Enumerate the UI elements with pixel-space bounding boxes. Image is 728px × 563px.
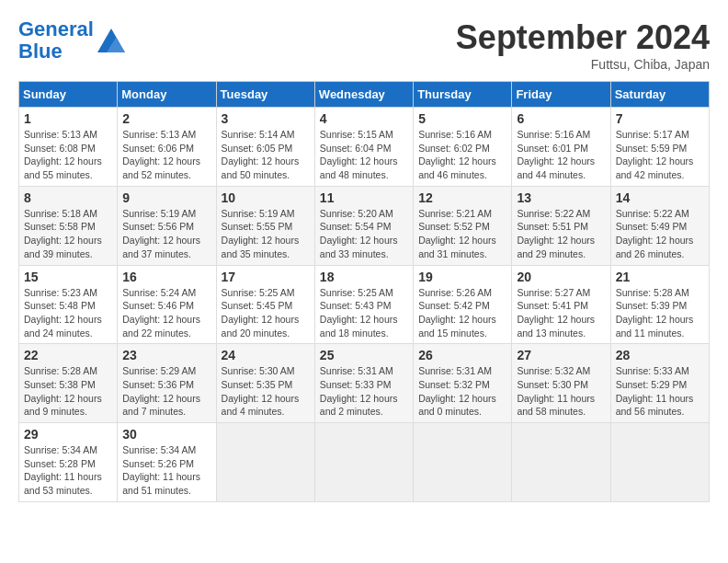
title-block: September 2024 Futtsu, Chiba, Japan xyxy=(456,18,710,72)
calendar-cell: 3Sunrise: 5:14 AM Sunset: 6:05 PM Daylig… xyxy=(216,108,314,187)
weekday-header: Thursday xyxy=(414,82,512,108)
day-info: Sunrise: 5:14 AM Sunset: 6:05 PM Dayligh… xyxy=(222,128,310,182)
calendar-cell xyxy=(314,423,413,502)
day-info: Sunrise: 5:26 AM Sunset: 5:42 PM Dayligh… xyxy=(418,286,506,340)
weekday-header: Wednesday xyxy=(314,82,413,108)
calendar-cell: 16Sunrise: 5:24 AM Sunset: 5:46 PM Dayli… xyxy=(118,265,216,344)
day-info: Sunrise: 5:25 AM Sunset: 5:43 PM Dayligh… xyxy=(320,286,408,340)
day-number: 12 xyxy=(418,190,506,205)
calendar-cell: 6Sunrise: 5:16 AM Sunset: 6:01 PM Daylig… xyxy=(512,108,610,187)
day-info: Sunrise: 5:16 AM Sunset: 6:02 PM Dayligh… xyxy=(418,128,506,182)
calendar-cell: 23Sunrise: 5:29 AM Sunset: 5:36 PM Dayli… xyxy=(118,344,216,423)
logo: GeneralBlue xyxy=(18,18,125,63)
day-number: 6 xyxy=(517,111,605,126)
day-number: 22 xyxy=(24,348,112,362)
day-info: Sunrise: 5:32 AM Sunset: 5:30 PM Dayligh… xyxy=(517,364,605,419)
day-info: Sunrise: 5:17 AM Sunset: 5:59 PM Dayligh… xyxy=(616,128,704,182)
calendar-cell: 4Sunrise: 5:15 AM Sunset: 6:04 PM Daylig… xyxy=(314,108,413,187)
day-info: Sunrise: 5:27 AM Sunset: 5:41 PM Dayligh… xyxy=(517,286,605,340)
calendar-cell: 26Sunrise: 5:31 AM Sunset: 5:32 PM Dayli… xyxy=(414,344,512,423)
weekday-header: Monday xyxy=(118,82,216,108)
location: Futtsu, Chiba, Japan xyxy=(456,57,710,72)
day-info: Sunrise: 5:34 AM Sunset: 5:26 PM Dayligh… xyxy=(122,443,210,498)
calendar-cell: 19Sunrise: 5:26 AM Sunset: 5:42 PM Dayli… xyxy=(414,265,512,344)
calendar-cell: 14Sunrise: 5:22 AM Sunset: 5:49 PM Dayli… xyxy=(610,186,709,265)
day-number: 14 xyxy=(616,190,704,205)
day-info: Sunrise: 5:20 AM Sunset: 5:54 PM Dayligh… xyxy=(320,207,408,261)
day-info: Sunrise: 5:16 AM Sunset: 6:01 PM Dayligh… xyxy=(517,128,605,182)
day-number: 30 xyxy=(122,427,210,442)
calendar-cell xyxy=(216,423,314,502)
calendar-cell: 5Sunrise: 5:16 AM Sunset: 6:02 PM Daylig… xyxy=(414,108,512,187)
calendar-cell: 21Sunrise: 5:28 AM Sunset: 5:39 PM Dayli… xyxy=(610,265,709,344)
day-number: 3 xyxy=(222,111,310,126)
calendar-cell xyxy=(610,423,709,502)
calendar-header-row: SundayMondayTuesdayWednesdayThursdayFrid… xyxy=(19,82,710,108)
logo-text: GeneralBlue xyxy=(18,18,94,63)
day-info: Sunrise: 5:18 AM Sunset: 5:58 PM Dayligh… xyxy=(24,207,112,261)
day-info: Sunrise: 5:19 AM Sunset: 5:55 PM Dayligh… xyxy=(222,207,310,261)
day-info: Sunrise: 5:31 AM Sunset: 5:33 PM Dayligh… xyxy=(320,364,408,419)
calendar-cell: 25Sunrise: 5:31 AM Sunset: 5:33 PM Dayli… xyxy=(314,344,413,423)
calendar-cell xyxy=(414,423,512,502)
calendar-cell: 17Sunrise: 5:25 AM Sunset: 5:45 PM Dayli… xyxy=(216,265,314,344)
day-number: 27 xyxy=(517,348,605,362)
day-number: 2 xyxy=(122,111,210,126)
day-number: 23 xyxy=(122,348,210,362)
day-number: 13 xyxy=(517,190,605,205)
calendar-cell: 22Sunrise: 5:28 AM Sunset: 5:38 PM Dayli… xyxy=(19,344,118,423)
logo-icon xyxy=(97,27,125,54)
day-number: 21 xyxy=(616,270,704,284)
calendar-cell: 8Sunrise: 5:18 AM Sunset: 5:58 PM Daylig… xyxy=(19,186,118,265)
day-number: 5 xyxy=(418,111,506,126)
calendar-cell xyxy=(512,423,610,502)
day-number: 10 xyxy=(222,190,310,205)
calendar-week-row: 8Sunrise: 5:18 AM Sunset: 5:58 PM Daylig… xyxy=(19,186,710,265)
day-number: 18 xyxy=(320,270,408,284)
day-number: 26 xyxy=(418,348,506,362)
day-number: 28 xyxy=(616,348,704,362)
day-number: 9 xyxy=(122,190,210,205)
day-info: Sunrise: 5:31 AM Sunset: 5:32 PM Dayligh… xyxy=(418,364,506,419)
day-info: Sunrise: 5:13 AM Sunset: 6:08 PM Dayligh… xyxy=(24,128,112,182)
day-number: 4 xyxy=(320,111,408,126)
page-header: GeneralBlue September 2024 Futtsu, Chiba… xyxy=(18,18,710,72)
day-info: Sunrise: 5:28 AM Sunset: 5:39 PM Dayligh… xyxy=(616,286,704,340)
weekday-header: Friday xyxy=(512,82,610,108)
calendar-cell: 10Sunrise: 5:19 AM Sunset: 5:55 PM Dayli… xyxy=(216,186,314,265)
day-info: Sunrise: 5:29 AM Sunset: 5:36 PM Dayligh… xyxy=(122,364,210,419)
weekday-header: Tuesday xyxy=(216,82,314,108)
calendar-cell: 30Sunrise: 5:34 AM Sunset: 5:26 PM Dayli… xyxy=(118,423,216,502)
day-number: 16 xyxy=(122,270,210,284)
calendar-week-row: 1Sunrise: 5:13 AM Sunset: 6:08 PM Daylig… xyxy=(19,108,710,187)
day-number: 15 xyxy=(24,270,112,284)
day-number: 17 xyxy=(222,270,310,284)
day-info: Sunrise: 5:15 AM Sunset: 6:04 PM Dayligh… xyxy=(320,128,408,182)
day-info: Sunrise: 5:13 AM Sunset: 6:06 PM Dayligh… xyxy=(122,128,210,182)
day-info: Sunrise: 5:23 AM Sunset: 5:48 PM Dayligh… xyxy=(24,286,112,340)
calendar-cell: 27Sunrise: 5:32 AM Sunset: 5:30 PM Dayli… xyxy=(512,344,610,423)
day-number: 24 xyxy=(222,348,310,362)
day-number: 20 xyxy=(517,270,605,284)
calendar-cell: 20Sunrise: 5:27 AM Sunset: 5:41 PM Dayli… xyxy=(512,265,610,344)
calendar-week-row: 22Sunrise: 5:28 AM Sunset: 5:38 PM Dayli… xyxy=(19,344,710,423)
day-info: Sunrise: 5:24 AM Sunset: 5:46 PM Dayligh… xyxy=(122,286,210,340)
day-info: Sunrise: 5:25 AM Sunset: 5:45 PM Dayligh… xyxy=(222,286,310,340)
day-info: Sunrise: 5:22 AM Sunset: 5:49 PM Dayligh… xyxy=(616,207,704,261)
day-info: Sunrise: 5:34 AM Sunset: 5:28 PM Dayligh… xyxy=(24,443,112,498)
calendar-body: 1Sunrise: 5:13 AM Sunset: 6:08 PM Daylig… xyxy=(19,108,710,502)
calendar-cell: 9Sunrise: 5:19 AM Sunset: 5:56 PM Daylig… xyxy=(118,186,216,265)
day-number: 8 xyxy=(24,190,112,205)
day-info: Sunrise: 5:22 AM Sunset: 5:51 PM Dayligh… xyxy=(517,207,605,261)
calendar-cell: 12Sunrise: 5:21 AM Sunset: 5:52 PM Dayli… xyxy=(414,186,512,265)
calendar-table: SundayMondayTuesdayWednesdayThursdayFrid… xyxy=(18,81,710,502)
day-number: 11 xyxy=(320,190,408,205)
day-number: 1 xyxy=(24,111,112,126)
weekday-header: Saturday xyxy=(610,82,709,108)
calendar-cell: 28Sunrise: 5:33 AM Sunset: 5:29 PM Dayli… xyxy=(610,344,709,423)
calendar-cell: 2Sunrise: 5:13 AM Sunset: 6:06 PM Daylig… xyxy=(118,108,216,187)
day-info: Sunrise: 5:19 AM Sunset: 5:56 PM Dayligh… xyxy=(122,207,210,261)
weekday-header: Sunday xyxy=(19,82,118,108)
day-number: 25 xyxy=(320,348,408,362)
calendar-cell: 15Sunrise: 5:23 AM Sunset: 5:48 PM Dayli… xyxy=(19,265,118,344)
